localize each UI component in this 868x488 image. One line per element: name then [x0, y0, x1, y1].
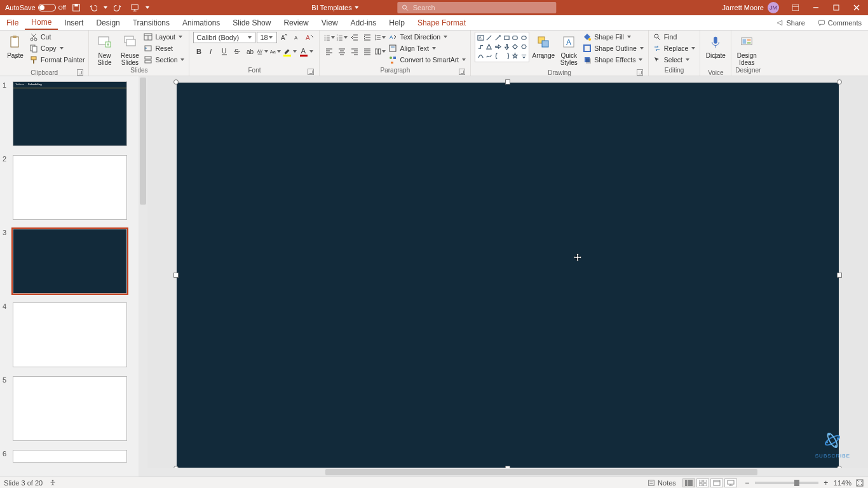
- tab-insert[interactable]: Insert: [58, 15, 90, 30]
- change-case-button[interactable]: Aa: [269, 46, 281, 57]
- tab-home[interactable]: Home: [25, 15, 58, 30]
- slideshow-view-button[interactable]: [724, 478, 737, 487]
- clipboard-dialog-launcher[interactable]: [77, 69, 83, 76]
- increase-font-size-button[interactable]: A: [278, 32, 290, 43]
- scrollbar-handle[interactable]: [140, 78, 146, 205]
- find-button[interactable]: Find: [653, 32, 696, 42]
- design-ideas-button[interactable]: Design Ideas: [735, 32, 758, 66]
- increase-indent-button[interactable]: [362, 32, 373, 43]
- maximize-button[interactable]: [827, 0, 845, 15]
- zoom-out-button[interactable]: −: [743, 479, 751, 487]
- document-title[interactable]: BI Templates: [311, 3, 359, 13]
- background-shape[interactable]: [177, 83, 839, 468]
- font-name-combo[interactable]: Calibri (Body): [193, 32, 255, 43]
- columns-button[interactable]: [374, 46, 386, 57]
- undo-button[interactable]: [86, 1, 99, 14]
- shape-fill-button[interactable]: Shape Fill: [583, 32, 644, 42]
- slide-thumbnail-1[interactable]: 1 TableauScheduling: [3, 81, 144, 146]
- tab-addins[interactable]: Add-ins: [344, 15, 383, 30]
- bold-button[interactable]: B: [193, 46, 205, 57]
- align-right-button[interactable]: [349, 46, 360, 57]
- align-text-button[interactable]: Align Text: [388, 43, 466, 53]
- format-painter-button[interactable]: Format Painter: [29, 55, 85, 65]
- line-spacing-button[interactable]: [374, 32, 386, 43]
- arrange-button[interactable]: Arrange: [532, 32, 555, 69]
- reuse-slides-button[interactable]: Reuse Slides: [118, 32, 141, 66]
- paragraph-dialog-launcher[interactable]: [459, 69, 465, 75]
- decrease-font-size-button[interactable]: A: [291, 32, 302, 43]
- slide-thumbnail-3[interactable]: 3: [3, 229, 144, 294]
- numbering-button[interactable]: 123: [336, 32, 348, 43]
- resize-handle-nw[interactable]: [173, 79, 179, 85]
- cut-button[interactable]: Cut: [29, 32, 85, 42]
- autosave-toggle[interactable]: AutoSave Off: [5, 4, 66, 11]
- align-center-button[interactable]: [336, 46, 348, 57]
- slide-sorter-view-button[interactable]: [696, 478, 709, 487]
- qat-customize-dropdown[interactable]: [145, 3, 150, 13]
- tab-review[interactable]: Review: [277, 15, 315, 30]
- drawing-dialog-launcher[interactable]: [637, 69, 643, 76]
- justify-button[interactable]: [362, 46, 373, 57]
- strikethrough-button[interactable]: S: [231, 46, 243, 57]
- font-dialog-launcher[interactable]: [308, 69, 314, 75]
- section-button[interactable]: Section: [144, 55, 185, 65]
- tab-animations[interactable]: Animations: [176, 15, 226, 30]
- tab-file[interactable]: File: [0, 15, 25, 30]
- layout-button[interactable]: Layout: [144, 32, 185, 42]
- user-account[interactable]: Jarrett Moore JM: [722, 2, 779, 13]
- convert-smartart-button[interactable]: Convert to SmartArt: [388, 55, 466, 65]
- slide-thumbnail-2[interactable]: 2: [3, 155, 144, 220]
- slide-counter[interactable]: Slide 3 of 20: [4, 479, 43, 487]
- reading-view-button[interactable]: [710, 478, 723, 487]
- shape-outline-button[interactable]: Shape Outline: [583, 43, 644, 53]
- resize-handle-n[interactable]: [505, 79, 510, 85]
- normal-view-button[interactable]: [682, 478, 695, 487]
- zoom-slider[interactable]: [755, 482, 818, 484]
- text-direction-button[interactable]: AText Direction: [388, 32, 466, 42]
- comments-button[interactable]: Comments: [811, 15, 868, 30]
- tab-design[interactable]: Design: [90, 15, 126, 30]
- font-color-button[interactable]: A: [299, 46, 314, 57]
- zoom-slider-handle[interactable]: [794, 480, 799, 486]
- align-left-button[interactable]: [323, 46, 335, 57]
- fit-to-window-button[interactable]: [855, 478, 864, 487]
- select-button[interactable]: Select: [653, 55, 696, 65]
- slideshow-from-start-button[interactable]: [128, 1, 141, 14]
- tab-shape-format[interactable]: Shape Format: [411, 15, 472, 30]
- decrease-indent-button[interactable]: [349, 32, 360, 43]
- search-input[interactable]: [413, 4, 553, 11]
- paste-button[interactable]: Paste: [4, 32, 27, 69]
- bullets-button[interactable]: [323, 32, 335, 43]
- scrollbar-handle[interactable]: [325, 469, 757, 475]
- shapes-gallery[interactable]: A: [475, 32, 529, 62]
- zoom-percentage[interactable]: 114%: [834, 479, 851, 487]
- ribbon-display-options-button[interactable]: [787, 0, 804, 15]
- zoom-in-button[interactable]: +: [822, 479, 830, 487]
- character-spacing-button[interactable]: AV: [257, 46, 268, 57]
- text-shadow-button[interactable]: ab: [244, 46, 255, 57]
- resize-handle-e[interactable]: [837, 273, 842, 278]
- search-box[interactable]: [398, 2, 557, 13]
- slide-thumbnail-5[interactable]: 5: [3, 376, 144, 441]
- horizontal-scrollbar[interactable]: [147, 468, 868, 477]
- font-size-combo[interactable]: 18: [257, 32, 277, 43]
- tab-view[interactable]: View: [315, 15, 344, 30]
- underline-button[interactable]: U: [219, 46, 230, 57]
- thumbnail-scrollbar[interactable]: [139, 76, 147, 477]
- redo-button[interactable]: [112, 1, 125, 14]
- reset-button[interactable]: Reset: [144, 43, 185, 53]
- clear-formatting-button[interactable]: A: [304, 32, 315, 43]
- tab-slideshow[interactable]: Slide Show: [226, 15, 277, 30]
- resize-handle-ne[interactable]: [837, 79, 842, 85]
- undo-dropdown[interactable]: [103, 3, 108, 13]
- highlight-color-button[interactable]: [282, 46, 297, 57]
- italic-button[interactable]: I: [206, 46, 217, 57]
- dictate-button[interactable]: Dictate: [704, 32, 727, 69]
- slide-thumbnail-4[interactable]: 4: [3, 302, 144, 367]
- quick-styles-button[interactable]: A Quick Styles: [557, 32, 580, 66]
- share-button[interactable]: Share: [770, 15, 811, 30]
- replace-button[interactable]: Replace: [653, 43, 696, 53]
- resize-handle-w[interactable]: [173, 273, 179, 278]
- close-button[interactable]: [848, 0, 865, 15]
- save-button[interactable]: [70, 1, 83, 14]
